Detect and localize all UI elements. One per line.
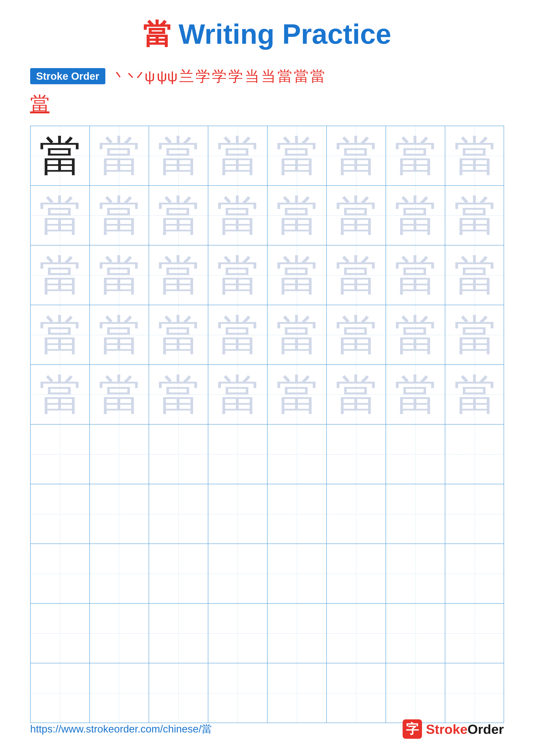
grid-cell-empty[interactable] bbox=[327, 424, 386, 484]
grid-cell[interactable]: 當 bbox=[208, 305, 267, 364]
grid-cell-empty[interactable] bbox=[208, 424, 267, 484]
grid-cell-empty[interactable] bbox=[208, 663, 267, 723]
grid-cell-empty[interactable] bbox=[149, 604, 208, 663]
grid-cell[interactable]: 當 bbox=[445, 305, 504, 364]
grid-cell[interactable]: 當 bbox=[208, 245, 267, 305]
grid-cell[interactable]: 當 bbox=[90, 305, 149, 364]
practice-char-light: 當 bbox=[158, 373, 199, 416]
grid-cell[interactable]: 當 bbox=[327, 365, 386, 424]
grid-cell-empty[interactable] bbox=[327, 484, 386, 544]
grid-cell[interactable]: 當 bbox=[267, 305, 327, 364]
logo-text-stroke: Stroke bbox=[426, 722, 468, 737]
footer-url[interactable]: https://www.strokeorder.com/chinese/當 bbox=[30, 722, 212, 736]
grid-cell-empty[interactable] bbox=[149, 663, 208, 723]
grid-cell-empty[interactable] bbox=[267, 424, 327, 484]
grid-cell-empty[interactable] bbox=[31, 663, 90, 723]
grid-cell[interactable]: 當 bbox=[149, 305, 208, 364]
grid-cell-empty[interactable] bbox=[90, 663, 149, 723]
practice-char-light: 當 bbox=[335, 373, 377, 416]
grid-row: 當 當 當 當 當 當 當 當 bbox=[31, 365, 504, 424]
practice-char-light: 當 bbox=[98, 194, 140, 236]
grid-cell[interactable]: 當 bbox=[31, 245, 90, 305]
stroke-step-4: ψψ bbox=[157, 68, 177, 84]
grid-cell-empty[interactable] bbox=[267, 484, 327, 544]
grid-cell[interactable]: 當 bbox=[149, 365, 208, 424]
grid-cell[interactable]: 當 bbox=[267, 186, 327, 245]
practice-char-light: 當 bbox=[276, 373, 318, 416]
grid-cell-empty[interactable] bbox=[267, 544, 327, 603]
practice-char-light: 當 bbox=[158, 254, 199, 296]
grid-cell-empty[interactable] bbox=[149, 544, 208, 603]
grid-cell[interactable]: 當 bbox=[327, 305, 386, 364]
grid-cell[interactable]: 當 bbox=[31, 365, 90, 424]
grid-cell[interactable]: 當 bbox=[445, 365, 504, 424]
grid-cell[interactable]: 當 bbox=[267, 365, 327, 424]
grid-cell[interactable]: 當 bbox=[386, 305, 445, 364]
stroke-step-13: 當 bbox=[310, 68, 325, 84]
grid-cell[interactable]: 當 bbox=[149, 126, 208, 185]
grid-cell-empty[interactable] bbox=[386, 544, 445, 603]
grid-cell[interactable]: 當 bbox=[90, 245, 149, 305]
grid-cell[interactable]: 當 bbox=[208, 186, 267, 245]
stroke-order-badge: Stroke Order bbox=[30, 68, 105, 84]
practice-char-light: 當 bbox=[98, 314, 140, 356]
grid-cell[interactable]: 當 bbox=[267, 126, 327, 185]
grid-cell-empty[interactable] bbox=[90, 544, 149, 603]
grid-cell-empty[interactable] bbox=[208, 484, 267, 544]
grid-cell[interactable]: 當 bbox=[90, 186, 149, 245]
grid-cell-empty[interactable] bbox=[386, 424, 445, 484]
grid-cell[interactable]: 當 bbox=[386, 245, 445, 305]
grid-cell[interactable]: 當 bbox=[327, 126, 386, 185]
grid-cell-empty[interactable] bbox=[386, 484, 445, 544]
grid-cell[interactable]: 當 bbox=[31, 126, 90, 185]
grid-cell-empty[interactable] bbox=[149, 484, 208, 544]
grid-cell-empty[interactable] bbox=[90, 484, 149, 544]
grid-cell[interactable]: 當 bbox=[90, 126, 149, 185]
practice-char-light: 當 bbox=[335, 314, 377, 356]
grid-cell[interactable]: 當 bbox=[208, 365, 267, 424]
grid-cell-empty[interactable] bbox=[149, 424, 208, 484]
grid-cell[interactable]: 當 bbox=[267, 245, 327, 305]
grid-cell-empty[interactable] bbox=[445, 663, 504, 723]
grid-cell[interactable]: 當 bbox=[90, 365, 149, 424]
grid-cell-empty[interactable] bbox=[31, 484, 90, 544]
grid-cell[interactable]: 當 bbox=[445, 245, 504, 305]
stroke-step-2: 丷 bbox=[128, 68, 143, 84]
grid-cell[interactable]: 當 bbox=[386, 186, 445, 245]
grid-cell-empty[interactable] bbox=[90, 424, 149, 484]
grid-cell-empty[interactable] bbox=[90, 604, 149, 663]
grid-cell-empty[interactable] bbox=[445, 544, 504, 603]
grid-cell-empty[interactable] bbox=[386, 663, 445, 723]
grid-cell[interactable]: 當 bbox=[327, 245, 386, 305]
grid-cell[interactable]: 當 bbox=[31, 305, 90, 364]
grid-cell-empty[interactable] bbox=[267, 663, 327, 723]
grid-cell-empty[interactable] bbox=[31, 544, 90, 603]
grid-cell-empty[interactable] bbox=[327, 544, 386, 603]
grid-cell[interactable]: 當 bbox=[208, 126, 267, 185]
practice-char-light: 當 bbox=[335, 254, 377, 296]
stroke-order-section: Stroke Order 丶 丷 ψ ψψ 兰 学 学 学 当 当 當 當 當 bbox=[30, 68, 504, 84]
grid-cell[interactable]: 當 bbox=[31, 186, 90, 245]
grid-cell-empty[interactable] bbox=[31, 604, 90, 663]
grid-cell[interactable]: 當 bbox=[149, 245, 208, 305]
grid-cell-empty[interactable] bbox=[208, 544, 267, 603]
grid-cell-empty[interactable] bbox=[327, 663, 386, 723]
grid-cell-empty[interactable] bbox=[445, 424, 504, 484]
grid-cell[interactable]: 當 bbox=[445, 186, 504, 245]
practice-char-light: 當 bbox=[276, 314, 318, 356]
grid-cell[interactable]: 當 bbox=[149, 186, 208, 245]
grid-cell[interactable]: 當 bbox=[386, 365, 445, 424]
grid-cell-empty[interactable] bbox=[445, 484, 504, 544]
grid-cell-empty[interactable] bbox=[267, 604, 327, 663]
grid-cell[interactable]: 當 bbox=[386, 126, 445, 185]
grid-cell[interactable]: 當 bbox=[445, 126, 504, 185]
grid-cell-empty[interactable] bbox=[327, 604, 386, 663]
practice-char-light: 當 bbox=[39, 254, 81, 296]
stroke-step-8: 学 bbox=[228, 68, 243, 84]
grid-cell-empty[interactable] bbox=[208, 604, 267, 663]
grid-cell-empty[interactable] bbox=[386, 604, 445, 663]
grid-cell[interactable]: 當 bbox=[327, 186, 386, 245]
grid-cell-empty[interactable] bbox=[445, 604, 504, 663]
grid-cell-empty[interactable] bbox=[31, 424, 90, 484]
stroke-step-1: 丶 bbox=[112, 68, 126, 84]
